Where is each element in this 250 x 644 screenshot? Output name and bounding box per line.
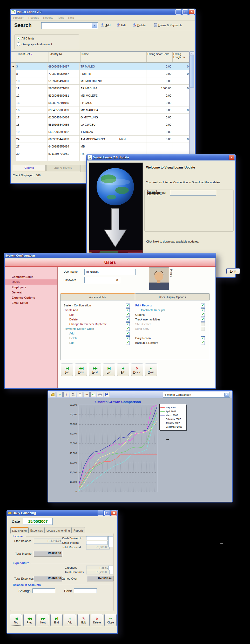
nav-button[interactable]: Delete bbox=[131, 364, 143, 376]
table-row[interactable]: ▶ 16 6904055286089 MG MAKOBA 0.00 0.00 bbox=[11, 106, 194, 114]
table-row[interactable]: ▶ 8 7708245058087 I SMITH 0.00 0.00 bbox=[11, 70, 194, 77]
nav-button[interactable]: End bbox=[103, 364, 115, 376]
nav-button[interactable]: Prev bbox=[23, 614, 36, 626]
search-input[interactable]: ▾ bbox=[41, 22, 98, 29]
header-owing-short[interactable]: Owing Short Term bbox=[147, 52, 173, 62]
savings-input[interactable] bbox=[32, 588, 55, 593]
checkbox[interactable] bbox=[126, 322, 130, 326]
nav-button[interactable]: Next bbox=[37, 614, 49, 626]
sidebar-item[interactable]: Employers bbox=[5, 285, 57, 290]
save-icon[interactable] bbox=[104, 392, 110, 397]
header-identity[interactable]: Identity Nr. bbox=[49, 52, 81, 62]
3d-icon[interactable]: 3D bbox=[84, 392, 90, 397]
table-row[interactable]: ▶ 24 6609035449083 AM MODISAKENGM&H 0.00… bbox=[11, 136, 194, 143]
table-row[interactable]: ▶ 10 5109285497081 MT MOFOKENG 0.00 bbox=[11, 77, 194, 85]
pan-icon[interactable]: ⇅ bbox=[63, 392, 69, 397]
nav-button[interactable]: Next bbox=[89, 364, 101, 376]
nav-button[interactable]: Top bbox=[61, 364, 73, 376]
sidebar-item[interactable]: Company Setup bbox=[5, 274, 57, 279]
table-row[interactable]: ▶ 17 6108045345084 G MOTAUNG 0.00 bbox=[11, 114, 194, 121]
nav-button[interactable]: Top bbox=[10, 614, 22, 626]
minimize-button[interactable]: — bbox=[98, 511, 103, 516]
date-field[interactable]: 15/05/2007 bbox=[23, 518, 53, 525]
username-field[interactable]: HENDRIK bbox=[84, 269, 136, 275]
nav-button[interactable]: Delete bbox=[91, 614, 103, 626]
checkbox[interactable] bbox=[201, 336, 205, 340]
checkbox[interactable] bbox=[126, 318, 130, 321]
daily-tab[interactable]: Reports bbox=[72, 527, 85, 533]
checkbox[interactable] bbox=[126, 304, 130, 307]
vertical-scrollbar[interactable]: ▲ ▼ bbox=[189, 51, 194, 164]
edit-client-button[interactable]: Edit bbox=[117, 23, 126, 27]
checkbox[interactable] bbox=[201, 308, 205, 312]
sidebar-item[interactable]: General bbox=[5, 290, 57, 295]
sidebar-item[interactable]: Expense Options bbox=[5, 295, 57, 300]
table-row[interactable]: ▶ 18 5810105542085 LA GWEBU 0.00 bbox=[11, 121, 194, 128]
radio-all-clients[interactable] bbox=[17, 37, 20, 40]
daily-titlebar[interactable]: Daily Balancing — ▢ ✕ bbox=[6, 510, 118, 516]
table-row[interactable]: ▶ 3 6906205543087 TP MALEO 0.00 0.00 bbox=[11, 63, 194, 70]
table-row[interactable]: ▶ 11 5609155771085 AR MABUZA 1560.00 0.0… bbox=[11, 85, 194, 92]
menu-item[interactable]: Program bbox=[13, 16, 24, 19]
close-button[interactable]: ✕ bbox=[111, 511, 117, 516]
clients-tab[interactable]: Clients bbox=[13, 165, 46, 171]
menu-item[interactable]: Reports bbox=[43, 16, 53, 19]
chevron-down-icon[interactable]: ▾ bbox=[224, 393, 229, 397]
nav-button[interactable]: Prev bbox=[75, 364, 87, 376]
filter-all-clients[interactable]: All Clients bbox=[17, 37, 34, 40]
print-icon[interactable] bbox=[97, 392, 103, 397]
maximize-button[interactable]: ▢ bbox=[182, 9, 188, 15]
cash-booked-input[interactable] bbox=[86, 536, 107, 540]
chevron-down-icon[interactable]: ▾ bbox=[92, 23, 97, 28]
table-row[interactable]: ▶ 13 5508075291085 LP JACU 0.00 bbox=[11, 99, 194, 106]
page-icon[interactable] bbox=[77, 392, 83, 397]
radio-owing[interactable] bbox=[17, 42, 20, 46]
filter-owing[interactable]: Owing specified amount bbox=[17, 42, 52, 46]
header-client-ref[interactable]: Client Ref▼ bbox=[17, 52, 49, 62]
sidebar-item[interactable]: Users bbox=[5, 279, 57, 285]
menu-item[interactable]: Tools bbox=[57, 16, 64, 19]
checkbox[interactable] bbox=[126, 336, 130, 340]
nav-button[interactable]: Add bbox=[64, 614, 76, 626]
daily-tab[interactable]: Locate day ending bbox=[45, 527, 72, 533]
update-titlebar[interactable]: VL2.0 Visual Loans 2.0 Update ✕ bbox=[86, 154, 236, 160]
chart-type-select[interactable]: 6 Month Comparison ▾ bbox=[163, 392, 230, 398]
nav-button[interactable]: Add bbox=[117, 364, 129, 376]
open-icon[interactable] bbox=[50, 392, 56, 397]
table-row[interactable]: ▶ 19 6607295393082 T KHOZA 0.00 bbox=[11, 128, 194, 136]
checkbox[interactable] bbox=[201, 322, 205, 326]
maximize-button[interactable]: ▢ bbox=[104, 511, 110, 516]
config-tab[interactable]: User Display Options bbox=[135, 293, 210, 300]
help-button[interactable]: Help bbox=[226, 268, 240, 274]
password-field[interactable]: 0 bbox=[84, 277, 120, 283]
other-income-input[interactable] bbox=[86, 541, 107, 545]
sidebar-item[interactable]: Email Setup bbox=[5, 300, 57, 305]
checkbox[interactable] bbox=[126, 313, 130, 317]
main-titlebar[interactable]: VL2.0 Visual Loans 2.0 — ▢ ✕ bbox=[10, 9, 196, 15]
checkbox[interactable] bbox=[126, 308, 130, 312]
close-button[interactable]: ✕ bbox=[229, 155, 234, 160]
config-titlebar[interactable]: System Configuration bbox=[4, 253, 216, 258]
loans-payments-button[interactable]: Loans & Payments bbox=[154, 23, 182, 27]
checkbox[interactable] bbox=[201, 341, 205, 345]
minimize-button[interactable]: — bbox=[175, 9, 181, 15]
checkbox[interactable] bbox=[201, 327, 205, 331]
nav-button[interactable]: Close bbox=[145, 364, 157, 376]
header-name[interactable]: Name bbox=[81, 52, 147, 62]
scroll-up-icon[interactable]: ▲ bbox=[190, 51, 194, 56]
daily-tab[interactable]: Day ending bbox=[10, 527, 29, 534]
checkbox[interactable] bbox=[126, 332, 130, 336]
add-client-button[interactable]: + Add bbox=[101, 23, 111, 27]
checkbox[interactable] bbox=[201, 304, 205, 307]
chart-icon[interactable] bbox=[90, 392, 96, 397]
checkbox[interactable] bbox=[126, 341, 130, 345]
daily-tab[interactable]: Expenses bbox=[29, 527, 45, 533]
refresh-icon[interactable]: ↻ bbox=[57, 392, 63, 397]
clients-tab[interactable]: Arrear Clients bbox=[46, 165, 79, 171]
config-tab[interactable]: Access rights bbox=[60, 293, 135, 301]
field-input[interactable]: ▾ bbox=[170, 190, 216, 196]
bank-input[interactable] bbox=[74, 588, 97, 593]
nav-button[interactable]: Edit bbox=[77, 614, 90, 626]
scroll-thumb[interactable] bbox=[190, 56, 194, 88]
checkbox[interactable] bbox=[201, 318, 205, 321]
